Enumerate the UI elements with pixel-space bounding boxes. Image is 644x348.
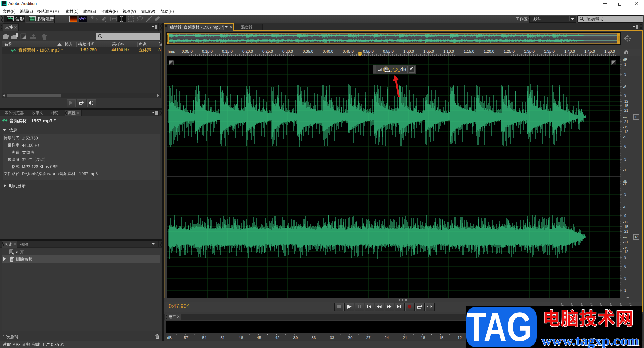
svg-text:www.tagxp.com: www.tagxp.com: [541, 333, 639, 348]
